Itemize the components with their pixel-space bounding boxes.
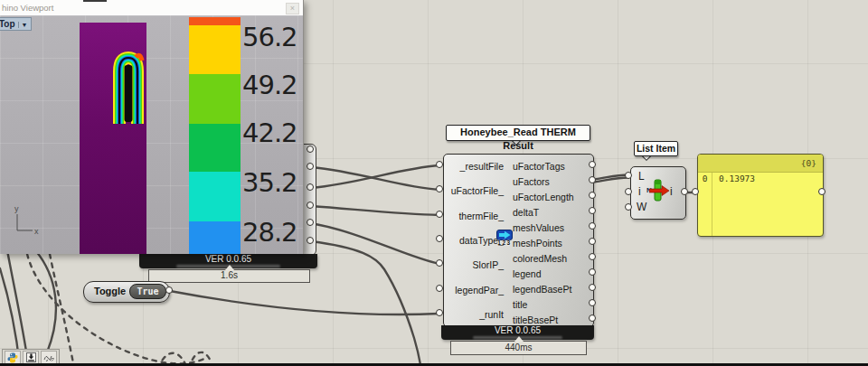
- output-label: coloredMesh: [513, 253, 567, 264]
- input-node[interactable]: [436, 285, 443, 292]
- view-dropdown[interactable]: Top▼: [0, 17, 32, 31]
- output-label: i: [670, 185, 673, 198]
- input-node[interactable]: [625, 172, 632, 179]
- data-panel[interactable]: {0} 0 0.13973: [697, 154, 824, 237]
- legend-color-segment: [189, 74, 241, 124]
- output-node[interactable]: [818, 188, 826, 195]
- legend-value: 49.2: [242, 70, 300, 100]
- rhino-viewport-window[interactable]: hino Viewport × Top▼: [0, 0, 304, 254]
- list-item-component-title: List Item: [634, 141, 678, 156]
- output-label: titleBasePt: [513, 314, 558, 325]
- runtime-text: 1.6s: [221, 270, 238, 280]
- output-node[interactable]: [589, 299, 596, 306]
- download-icon[interactable]: [23, 351, 39, 364]
- honeybee-component-title: Honeybee_Read THERM Result: [446, 125, 590, 141]
- version-text: VER 0.0.65: [205, 254, 251, 264]
- honeybee-read-therm-result-component[interactable]: _resultFile uFactorFile_ thermFile_ data…: [443, 154, 594, 327]
- runtime-notch: [225, 265, 234, 270]
- input-label: _resultFile: [444, 161, 504, 172]
- legend-color-bar: [189, 17, 241, 254]
- input-label: SlorIP_: [444, 259, 504, 270]
- viewport-titlebar[interactable]: hino Viewport ×: [0, 0, 303, 16]
- input-node[interactable]: [436, 259, 443, 267]
- chevron-down-icon: ▼: [18, 22, 28, 28]
- legend-value: 35.2: [242, 167, 300, 198]
- output-node[interactable]: [307, 145, 314, 153]
- grasshopper-canvas[interactable]: VER 0.0.65 1.6s Toggle True Honeybee_Rea…: [0, 0, 868, 366]
- legend-color-segment: [189, 124, 241, 172]
- svg-text:y: y: [14, 204, 19, 213]
- output-label: uFactorLength: [513, 192, 574, 202]
- panel-row-value: 0.13973: [719, 173, 755, 185]
- viewport-body: Top▼ 56.2 4: [0, 15, 303, 254]
- panel-path-header: {0}: [698, 155, 823, 173]
- input-label: W: [637, 201, 646, 213]
- output-node[interactable]: [589, 314, 596, 322]
- output-node[interactable]: [681, 188, 688, 195]
- legend-value: 56.2: [242, 22, 300, 52]
- input-node[interactable]: [436, 235, 443, 242]
- input-node[interactable]: [692, 188, 699, 195]
- legend-value: 42.2: [242, 117, 300, 148]
- datatype-badge: 123: [495, 239, 514, 246]
- input-label: i: [638, 185, 641, 198]
- output-node[interactable]: [589, 253, 596, 260]
- wire: [311, 206, 439, 215]
- list-item-icon: [649, 179, 680, 202]
- input-node[interactable]: [436, 161, 443, 168]
- output-node[interactable]: [307, 237, 314, 244]
- input-node[interactable]: [625, 203, 632, 211]
- list-item-component[interactable]: L i W N i: [630, 166, 686, 220]
- input-node[interactable]: [436, 211, 443, 218]
- output-label: uFactorTags: [513, 161, 565, 172]
- window-edge-artifact: [83, 0, 107, 2]
- boolean-toggle[interactable]: Toggle True: [83, 281, 170, 303]
- wire: [311, 241, 421, 366]
- input-label: legendPar_: [444, 285, 504, 296]
- output-label: meshPoints: [513, 238, 562, 249]
- legend-color-segment: [189, 172, 241, 221]
- output-node[interactable]: [307, 202, 314, 209]
- output-node[interactable]: [307, 219, 314, 226]
- output-node[interactable]: [165, 286, 173, 294]
- input-label: L: [638, 170, 645, 183]
- svg-text:x: x: [34, 227, 39, 236]
- close-icon[interactable]: ×: [286, 3, 299, 14]
- output-label: deltaT: [513, 207, 539, 218]
- input-label: _runIt: [444, 309, 504, 320]
- output-node[interactable]: [589, 176, 596, 183]
- input-node[interactable]: [625, 188, 632, 195]
- python-icon[interactable]: [5, 351, 21, 364]
- output-node[interactable]: [589, 238, 596, 245]
- version-text: VER 0.0.65: [495, 325, 541, 335]
- input-node[interactable]: [436, 185, 443, 192]
- output-node[interactable]: [589, 161, 596, 168]
- toggle-label: Toggle: [94, 286, 126, 296]
- wire: [170, 291, 439, 314]
- output-node[interactable]: [589, 207, 596, 214]
- output-label: meshValues: [513, 222, 564, 233]
- panel-row-index: 0: [698, 173, 712, 236]
- output-label: legend: [513, 268, 542, 279]
- output-node[interactable]: [307, 183, 314, 191]
- hidden-component-runtime-bar: 1.6s: [148, 269, 310, 283]
- legend-color-segment: [189, 221, 241, 254]
- toggle-value[interactable]: True: [129, 284, 166, 299]
- input-node[interactable]: [436, 309, 443, 316]
- output-node[interactable]: [589, 268, 596, 276]
- output-label: uFactors: [513, 176, 550, 187]
- input-label: thermFile_: [444, 211, 504, 221]
- sketch-icon[interactable]: [41, 351, 57, 364]
- viewport-title: hino Viewport: [2, 3, 53, 13]
- input-label: uFactorFile_: [444, 185, 504, 196]
- output-node[interactable]: [589, 284, 596, 291]
- output-node[interactable]: [307, 163, 314, 170]
- honeybee-runtime-bar: 440ms: [450, 341, 587, 355]
- output-label: legendBasePt: [513, 284, 571, 295]
- output-label: title: [513, 299, 527, 310]
- output-node[interactable]: [589, 192, 596, 199]
- thermal-result-mesh: [80, 23, 146, 254]
- output-node[interactable]: [589, 222, 596, 230]
- legend-color-segment: [189, 25, 241, 74]
- runtime-text: 440ms: [505, 343, 532, 352]
